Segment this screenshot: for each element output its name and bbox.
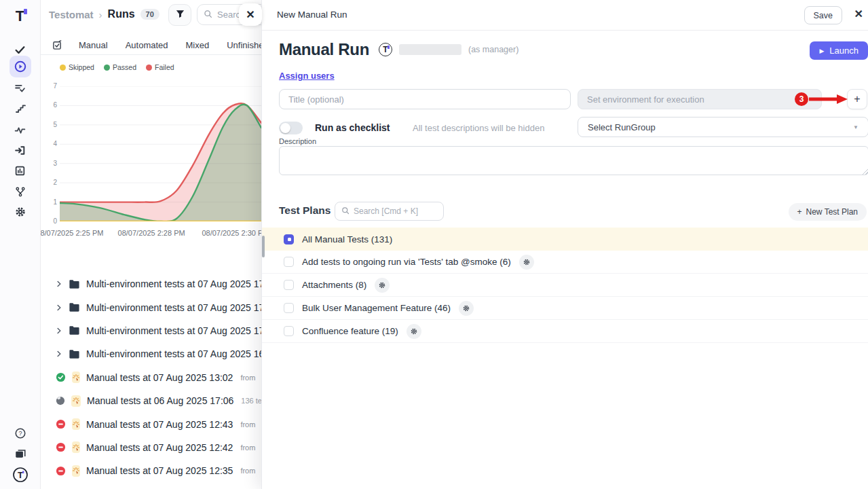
test-plan-checkbox[interactable] — [284, 303, 294, 313]
app-logo[interactable]: T — [10, 5, 31, 27]
run-meta-from: from — [240, 374, 255, 382]
runs-tabs: ManualAutomatedMixedUnfinished — [41, 35, 261, 55]
chevron-right-icon[interactable] — [56, 327, 62, 334]
test-plan-row[interactable]: Confluence feature (19) — [262, 320, 868, 343]
filter-button[interactable] — [168, 4, 191, 26]
panel-scrollbar-thumb[interactable] — [262, 236, 265, 257]
tabs-host: ManualAutomatedMixedUnfinished — [79, 40, 261, 50]
as-manager-label: (as manager) — [468, 45, 518, 54]
chevron-right-icon[interactable] — [56, 304, 62, 311]
breadcrumb-app[interactable]: Testomat — [49, 9, 94, 20]
test-plan-settings-button[interactable] — [407, 324, 421, 339]
legend-item-skipped: Skipped — [60, 63, 94, 71]
modal-close-icon[interactable]: ✕ — [854, 7, 863, 20]
new-test-plan-button[interactable]: + New Test Plan — [789, 203, 867, 221]
y-tick-label: 0 — [41, 217, 57, 225]
assign-users-link[interactable]: Assign users — [279, 71, 335, 81]
run-as-checklist-toggle[interactable] — [279, 122, 303, 134]
run-row[interactable]: Manual tests at 07 Aug 2025 12:35fromCus… — [41, 459, 261, 482]
tab-automated[interactable]: Automated — [126, 40, 168, 50]
run-label: Multi-environment tests at 07 Aug 2025 1… — [86, 302, 261, 313]
status-failed-icon — [56, 419, 66, 429]
checklist-icon[interactable] — [10, 77, 31, 98]
test-plan-settings-button[interactable] — [459, 301, 474, 316]
chevron-right-icon[interactable] — [56, 350, 62, 357]
tab-manual[interactable]: Manual — [79, 40, 108, 50]
funnel-icon — [175, 9, 185, 22]
run-title-row: Manual Run T (as manager) — [279, 40, 518, 59]
profile-logo-icon[interactable]: T — [10, 464, 31, 486]
run-row[interactable]: Manual tests at 07 Aug 2025 12:42fromCus… — [41, 436, 261, 459]
run-label: Manual tests at 07 Aug 2025 13:02 — [86, 372, 233, 383]
gear-icon — [523, 258, 531, 266]
run-row[interactable]: Manual tests at 07 Aug 2025 12:43fromCus… — [41, 412, 261, 435]
tab-mixed[interactable]: Mixed — [186, 40, 210, 50]
run-title-input[interactable] — [279, 89, 571, 109]
tab-unfinished[interactable]: Unfinished — [227, 40, 261, 50]
folder-icon — [69, 279, 80, 289]
rungroup-value: Select RunGroup — [588, 122, 656, 132]
run-group-row[interactable]: Multi-environment tests at 07 Aug 2025 1… — [41, 319, 261, 342]
save-button[interactable]: Save — [804, 6, 843, 24]
run-label: Manual tests at 06 Aug 2025 17:06 — [87, 395, 233, 406]
run-group-row[interactable]: Multi-environment tests at 07 Aug 2025 1… — [41, 342, 261, 365]
test-plan-row[interactable]: Add tests to ongoing run via 'Tests' tab… — [262, 251, 868, 274]
docs-icon[interactable] — [10, 443, 31, 465]
svg-text:T: T — [18, 470, 23, 480]
select-runs-icon[interactable] — [52, 40, 62, 50]
test-plan-checkbox[interactable] — [284, 326, 294, 336]
chevron-down-icon: ▼ — [853, 124, 858, 130]
report-icon[interactable] — [10, 160, 31, 181]
branch-icon[interactable] — [10, 181, 31, 202]
run-label: Multi-environment tests at 07 Aug 2025 1… — [86, 348, 261, 359]
close-icon: ✕ — [246, 8, 254, 21]
chevron-right-icon[interactable] — [56, 280, 62, 287]
y-tick-label: 7 — [41, 82, 57, 90]
runs-play-icon[interactable] — [10, 56, 31, 77]
svg-text:?: ? — [18, 430, 22, 437]
manual-run-icon — [72, 418, 80, 430]
test-plan-settings-button[interactable] — [375, 278, 390, 293]
test-plan-checkbox[interactable] — [284, 234, 294, 244]
run-label: Multi-environment tests at 07 Aug 2025 1… — [86, 325, 261, 336]
pulse-icon[interactable] — [10, 119, 31, 141]
help-icon[interactable]: ? — [10, 422, 31, 444]
modal-title: New Manual Run — [277, 10, 347, 20]
test-plan-checkbox[interactable] — [284, 257, 294, 267]
test-plan-row[interactable]: Bulk User Management Feature (46) — [262, 297, 868, 320]
run-group-row[interactable]: Multi-environment tests at 07 Aug 2025 1… — [41, 295, 261, 319]
x-tick-label: 08/07/2025 2:28 PM — [111, 229, 192, 237]
environment-input[interactable] — [578, 89, 822, 109]
test-plans-search[interactable] — [335, 202, 444, 221]
y-tick-label: 1 — [41, 198, 57, 206]
description-textarea[interactable] — [279, 146, 868, 175]
breadcrumb: Testomat › Runs 70 — [49, 8, 159, 20]
run-group-row[interactable]: Multi-environment tests at 07 Aug 2025 1… — [41, 272, 261, 295]
y-tick-label: 4 — [41, 140, 57, 147]
manager-avatar: T — [379, 43, 392, 56]
rungroup-select[interactable]: Select RunGroup ▼ — [578, 117, 868, 137]
close-search-button[interactable]: ✕ — [239, 3, 262, 26]
run-row[interactable]: Manual tests at 06 Aug 2025 17:06136 tes… — [41, 389, 261, 412]
run-row[interactable]: Manual tests at 07 Aug 2025 13:02fromCus… — [41, 366, 261, 389]
test-plan-settings-button[interactable] — [519, 255, 534, 270]
plus-icon: + — [797, 207, 802, 217]
test-plan-label: Add tests to ongoing run via 'Tests' tab… — [302, 257, 511, 267]
test-plan-label: Confluence feature (19) — [302, 326, 398, 336]
legend-dot — [104, 65, 110, 71]
breadcrumb-separator: › — [99, 9, 102, 20]
search-icon — [341, 205, 350, 217]
test-plans-search-input[interactable] — [354, 206, 432, 216]
launch-button[interactable]: ▶ Launch — [810, 41, 868, 60]
legend-label: Failed — [155, 63, 174, 71]
test-plan-label: Bulk User Management Feature (46) — [302, 303, 451, 313]
import-icon[interactable] — [10, 139, 31, 161]
test-plan-checkbox[interactable] — [284, 280, 294, 290]
breadcrumb-page: Runs — [108, 8, 135, 20]
test-plan-row[interactable]: All Manual Tests (131) — [262, 228, 868, 251]
steps-icon[interactable] — [10, 98, 31, 120]
test-plan-row[interactable]: Attachments (8) — [262, 274, 868, 297]
folder-icon — [69, 325, 80, 336]
settings-gear-icon[interactable] — [10, 201, 31, 223]
add-environment-button[interactable]: + — [847, 89, 867, 109]
